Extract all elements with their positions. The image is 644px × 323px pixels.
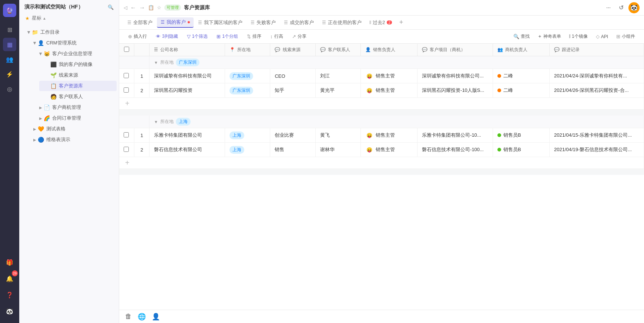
row-checkbox[interactable]	[124, 73, 129, 78]
toolbar-widget[interactable]: ⊞ 小组件	[613, 32, 638, 41]
table-row[interactable]: 1 深圳诚挚有你科技有限公司 广东深圳 CEO 刘江 😛 销售主管 深圳诚挚有你…	[119, 69, 644, 83]
group-arrow-0[interactable]: ▼	[154, 60, 158, 65]
nav-gift-icon[interactable]: 🎁	[3, 256, 16, 269]
top-avatar[interactable]: 🐼	[628, 2, 640, 13]
cell-project-0-1[interactable]: 深圳黑石闪耀投资-10人版S...	[417, 83, 493, 98]
cell-source-0-0[interactable]: CEO	[270, 69, 315, 83]
cell-contact-1-0[interactable]: 黄飞	[315, 128, 360, 143]
th-project[interactable]: 💬 客户项目（商机）	[417, 44, 493, 56]
cell-sales-0-0[interactable]: 😛 销售主管	[361, 69, 417, 83]
row-checkbox[interactable]	[124, 132, 129, 137]
cell-sales-1-1[interactable]: 😛 销售主管	[361, 143, 417, 157]
forward-btn[interactable]: →	[139, 4, 145, 11]
tab-my-customers[interactable]: ☰ 我的客户	[157, 17, 194, 28]
th-source[interactable]: 💬 线索来源	[270, 44, 315, 56]
add-row-cell[interactable]: +	[119, 157, 644, 169]
cell-location-0-1[interactable]: 广东深圳	[225, 83, 270, 98]
nav-customer-resource[interactable]: 📋 客户资源库	[39, 81, 117, 91]
table-row[interactable]: 1 乐雅卡特集团有限公司 上海 创业比赛 黄飞 😛 销售主管 乐雅卡特集团有限公…	[119, 128, 644, 143]
cell-contact-0-1[interactable]: 黄光平	[315, 83, 360, 98]
select-all-checkbox[interactable]	[124, 47, 129, 52]
tab-all-customers[interactable]: ☰ 全部客户	[124, 18, 156, 27]
cell-company-1-0[interactable]: 乐雅卡特集团有限公司	[150, 128, 225, 143]
cell-merchant-1-0[interactable]: 销售员B	[493, 128, 550, 143]
nav-orders[interactable]: ▶ 🌈 合同订单管理	[33, 113, 117, 123]
cell-project-1-1[interactable]: 磐石信息技术有限公司-100...	[417, 143, 493, 157]
group-arrow-1[interactable]: ▼	[154, 120, 158, 124]
nav-opportunity[interactable]: ▶ 📄 客户商机管理	[33, 102, 117, 113]
nav-table-icon[interactable]: ▦	[3, 38, 16, 51]
nav-discover-icon[interactable]: ◎	[3, 82, 16, 96]
stars-section[interactable]: ★ 星标 ▲	[19, 13, 119, 24]
toolbar-search[interactable]: 🔍 查找	[510, 32, 533, 41]
th-contact[interactable]: 💬 客户联系人	[315, 44, 360, 56]
nav-team-icon[interactable]: 👥	[3, 53, 16, 66]
nav-home-icon[interactable]: ⊞	[3, 23, 16, 36]
cell-merchant-0-1[interactable]: 二峰	[493, 83, 550, 98]
cell-project-1-0[interactable]: 乐雅卡特集团有限公司-10...	[417, 128, 493, 143]
toolbar-magic[interactable]: ✦ 神奇表单	[535, 32, 564, 41]
back-btn[interactable]: ←	[130, 4, 136, 11]
toolbar-share[interactable]: ↗ 分享	[289, 32, 309, 41]
cell-source-1-1[interactable]: 销售	[270, 143, 315, 157]
cell-contact-0-0[interactable]: 刘江	[315, 69, 360, 83]
cell-source-0-1[interactable]: 知乎	[270, 83, 315, 98]
cell-follow-1-0[interactable]: 2021/04/15-乐雅卡特集团有限公司...	[549, 128, 644, 143]
table-row[interactable]: 2 磐石信息技术有限公司 上海 销售 谢林华 😛 销售主管 磐石信息技术有限公司…	[119, 143, 644, 157]
toolbar-hidden-cols[interactable]: 👁 3列隐藏	[153, 32, 181, 41]
th-follow[interactable]: 💬 跟进记录	[549, 44, 644, 56]
toolbar-api[interactable]: ◇ API	[593, 33, 611, 40]
collapse-btn[interactable]: ◁	[124, 5, 127, 10]
nav-vika-demo[interactable]: ▶ 🔵 维格表演示	[27, 134, 117, 145]
bookmark-icon[interactable]: ☆	[157, 5, 161, 10]
toolbar-mirror[interactable]: 𝄃𝄄 1个镜像	[566, 32, 591, 41]
nav-avatar[interactable]: 🐼	[3, 304, 16, 318]
row-checkbox[interactable]	[124, 87, 129, 93]
th-location[interactable]: 📍 所在地	[225, 44, 270, 56]
cell-contact-1-1[interactable]: 谢林华	[315, 143, 360, 157]
cell-sales-0-1[interactable]: 😛 销售主管	[361, 83, 417, 98]
cell-follow-0-1[interactable]: 2021/04/26-深圳黑石闪耀投资-合...	[549, 83, 644, 98]
cell-follow-1-1[interactable]: 2021/04/19-磐石信息技术有限公司...	[549, 143, 644, 157]
cell-company-0-0[interactable]: 深圳诚挚有你科技有限公司	[150, 69, 225, 83]
top-share-btn[interactable]: ⋯	[603, 4, 614, 11]
cell-merchant-1-1[interactable]: 销售员B	[493, 143, 550, 157]
cell-project-0-0[interactable]: 深圳诚挚有你科技有限公司...	[417, 69, 493, 83]
share-bottom-btn[interactable]: 🌐	[136, 311, 147, 322]
nav-test-table[interactable]: ▶ 🧡 测试表格	[27, 124, 117, 134]
add-row-0[interactable]: +	[119, 98, 644, 110]
add-row-cell[interactable]: +	[119, 98, 644, 110]
nav-crm-system[interactable]: ▶ 👤 CRM管理系统	[27, 38, 117, 48]
th-sales[interactable]: 👤 销售负责人	[361, 44, 417, 56]
cell-merchant-0-0[interactable]: 二峰	[493, 69, 550, 83]
toolbar-row-height[interactable]: ↕ 行高	[267, 32, 286, 41]
top-refresh-btn[interactable]: ↺	[616, 3, 626, 13]
cell-company-1-1[interactable]: 磐石信息技术有限公司	[150, 143, 225, 157]
cell-company-0-1[interactable]: 深圳黑石闪耀投资	[150, 83, 225, 98]
tab-past-customers[interactable]: 𝄃𝄄 过去2 2	[366, 18, 396, 27]
trash-btn[interactable]: 🗑	[124, 311, 133, 322]
row-checkbox[interactable]	[124, 147, 129, 152]
nav-contacts[interactable]: 🧑 客户联系人	[39, 91, 117, 102]
toolbar-insert-row[interactable]: ⊕ 插入行	[125, 32, 150, 41]
th-merchant[interactable]: 👥 商机负责人	[493, 44, 550, 56]
cell-sales-1-0[interactable]: 😛 销售主管	[361, 128, 417, 143]
toolbar-filter[interactable]: ▽ 1个筛选	[184, 32, 211, 41]
person-bottom-btn[interactable]: 👤	[150, 311, 161, 322]
tab-active-customers[interactable]: ☰ 正在使用的客户	[318, 18, 365, 27]
cell-location-1-0[interactable]: 上海	[225, 128, 270, 143]
toolbar-group[interactable]: ⊞ 1个分组	[214, 32, 241, 41]
tab-deal-customers[interactable]: ☰ 成交的客户	[280, 18, 318, 27]
tab-region-customers[interactable]: ☰ 我下属区域的客户	[194, 18, 246, 27]
cell-source-1-0[interactable]: 创业比赛	[270, 128, 315, 143]
app-logo[interactable]: 🔮	[3, 4, 16, 17]
nav-customer-info[interactable]: ▶ 😸 客户/企业信息管理	[33, 49, 117, 59]
nav-leads[interactable]: 🌱 线索来源	[39, 70, 117, 80]
cell-follow-0-0[interactable]: 2021/04/24-深圳诚挚有你科技有...	[549, 69, 644, 83]
tab-add-btn[interactable]: +	[396, 17, 406, 28]
add-row-1[interactable]: +	[119, 157, 644, 169]
cell-location-1-1[interactable]: 上海	[225, 143, 270, 157]
nav-work-dir[interactable]: ▶ 📁 工作目录 +	[21, 27, 117, 37]
nav-search-icon[interactable]: 🔍	[108, 4, 114, 10]
toolbar-sort[interactable]: ⇅ 排序	[244, 32, 264, 41]
